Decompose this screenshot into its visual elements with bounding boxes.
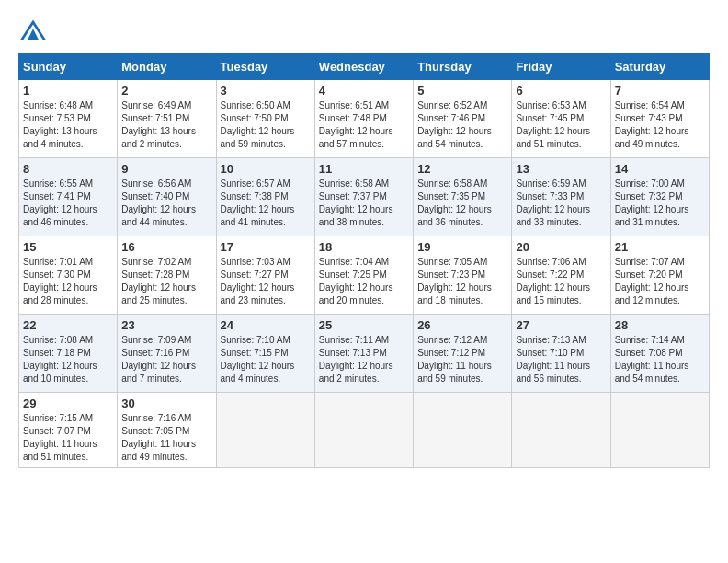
- day-number: 19: [417, 240, 507, 254]
- calendar-cell: 5Sunrise: 6:52 AMSunset: 7:46 PMDaylight…: [414, 80, 512, 158]
- calendar-cell: 22Sunrise: 7:08 AMSunset: 7:18 PMDayligh…: [19, 315, 118, 393]
- day-info: Sunrise: 6:50 AMSunset: 7:50 PMDaylight:…: [221, 99, 311, 151]
- day-number: 29: [23, 396, 113, 410]
- day-info: Sunrise: 7:00 AMSunset: 7:32 PMDaylight:…: [615, 178, 705, 229]
- day-info: Sunrise: 6:53 AMSunset: 7:45 PMDaylight:…: [516, 99, 606, 151]
- day-number: 9: [121, 162, 211, 176]
- calendar-cell: [414, 393, 512, 468]
- day-number: 25: [319, 318, 409, 332]
- calendar-table: SundayMondayTuesdayWednesdayThursdayFrid…: [18, 53, 710, 468]
- day-info: Sunrise: 7:02 AMSunset: 7:28 PMDaylight:…: [121, 256, 211, 307]
- day-number: 10: [221, 162, 311, 176]
- calendar-header-row: SundayMondayTuesdayWednesdayThursdayFrid…: [19, 54, 710, 80]
- calendar-cell: [314, 393, 413, 468]
- day-info: Sunrise: 7:04 AMSunset: 7:25 PMDaylight:…: [319, 256, 409, 307]
- day-info: Sunrise: 7:08 AMSunset: 7:18 PMDaylight:…: [23, 334, 113, 385]
- day-info: Sunrise: 7:12 AMSunset: 7:12 PMDaylight:…: [417, 334, 507, 385]
- day-number: 30: [121, 396, 211, 410]
- column-header-thursday: Thursday: [414, 54, 512, 80]
- day-info: Sunrise: 6:58 AMSunset: 7:35 PMDaylight:…: [417, 178, 507, 229]
- day-info: Sunrise: 6:55 AMSunset: 7:41 PMDaylight:…: [23, 178, 113, 229]
- calendar-cell: 19Sunrise: 7:05 AMSunset: 7:23 PMDayligh…: [414, 236, 512, 315]
- day-number: 27: [516, 318, 606, 332]
- calendar-cell: [216, 393, 314, 468]
- calendar-cell: 13Sunrise: 6:59 AMSunset: 7:33 PMDayligh…: [512, 158, 610, 236]
- column-header-wednesday: Wednesday: [314, 54, 413, 80]
- calendar-cell: 23Sunrise: 7:09 AMSunset: 7:16 PMDayligh…: [118, 315, 216, 393]
- calendar-cell: 1Sunrise: 6:48 AMSunset: 7:53 PMDaylight…: [19, 80, 118, 158]
- day-number: 4: [319, 84, 409, 98]
- calendar-cell: 29Sunrise: 7:15 AMSunset: 7:07 PMDayligh…: [19, 393, 118, 468]
- day-info: Sunrise: 7:06 AMSunset: 7:22 PMDaylight:…: [516, 256, 606, 307]
- calendar-cell: 10Sunrise: 6:57 AMSunset: 7:38 PMDayligh…: [216, 158, 314, 236]
- calendar-cell: 25Sunrise: 7:11 AMSunset: 7:13 PMDayligh…: [314, 315, 413, 393]
- column-header-monday: Monday: [118, 54, 216, 80]
- calendar-cell: 14Sunrise: 7:00 AMSunset: 7:32 PMDayligh…: [610, 158, 709, 236]
- day-number: 5: [417, 84, 507, 98]
- day-number: 2: [121, 84, 211, 98]
- day-number: 15: [23, 240, 113, 254]
- calendar-cell: 18Sunrise: 7:04 AMSunset: 7:25 PMDayligh…: [314, 236, 413, 315]
- calendar-cell: 9Sunrise: 6:56 AMSunset: 7:40 PMDaylight…: [118, 158, 216, 236]
- column-header-saturday: Saturday: [610, 54, 709, 80]
- day-info: Sunrise: 6:59 AMSunset: 7:33 PMDaylight:…: [516, 178, 606, 229]
- day-number: 22: [23, 318, 113, 332]
- day-info: Sunrise: 7:13 AMSunset: 7:10 PMDaylight:…: [516, 334, 606, 385]
- day-number: 23: [121, 318, 211, 332]
- day-number: 26: [417, 318, 507, 332]
- day-number: 28: [615, 318, 705, 332]
- calendar-week-row: 22Sunrise: 7:08 AMSunset: 7:18 PMDayligh…: [19, 315, 710, 393]
- calendar-week-row: 8Sunrise: 6:55 AMSunset: 7:41 PMDaylight…: [19, 158, 710, 236]
- day-info: Sunrise: 6:54 AMSunset: 7:43 PMDaylight:…: [615, 99, 705, 151]
- day-info: Sunrise: 7:05 AMSunset: 7:23 PMDaylight:…: [417, 256, 507, 307]
- day-number: 12: [417, 162, 507, 176]
- calendar-cell: 17Sunrise: 7:03 AMSunset: 7:27 PMDayligh…: [216, 236, 314, 315]
- calendar-cell: 27Sunrise: 7:13 AMSunset: 7:10 PMDayligh…: [512, 315, 610, 393]
- column-header-sunday: Sunday: [19, 54, 118, 80]
- calendar-cell: 15Sunrise: 7:01 AMSunset: 7:30 PMDayligh…: [19, 236, 118, 315]
- day-number: 24: [221, 318, 311, 332]
- day-info: Sunrise: 7:16 AMSunset: 7:05 PMDaylight:…: [121, 412, 211, 464]
- day-number: 16: [121, 240, 211, 254]
- calendar-week-row: 29Sunrise: 7:15 AMSunset: 7:07 PMDayligh…: [19, 393, 710, 468]
- calendar-cell: 7Sunrise: 6:54 AMSunset: 7:43 PMDaylight…: [610, 80, 709, 158]
- day-number: 21: [615, 240, 705, 254]
- logo: [18, 18, 51, 44]
- day-number: 6: [516, 84, 606, 98]
- calendar-cell: 16Sunrise: 7:02 AMSunset: 7:28 PMDayligh…: [118, 236, 216, 315]
- calendar-cell: 28Sunrise: 7:14 AMSunset: 7:08 PMDayligh…: [610, 315, 709, 393]
- calendar-cell: 30Sunrise: 7:16 AMSunset: 7:05 PMDayligh…: [118, 393, 216, 468]
- calendar-cell: 24Sunrise: 7:10 AMSunset: 7:15 PMDayligh…: [216, 315, 314, 393]
- day-number: 20: [516, 240, 606, 254]
- day-number: 14: [615, 162, 705, 176]
- calendar-cell: 11Sunrise: 6:58 AMSunset: 7:37 PMDayligh…: [314, 158, 413, 236]
- logo-icon: [18, 18, 48, 44]
- day-info: Sunrise: 6:58 AMSunset: 7:37 PMDaylight:…: [319, 178, 409, 229]
- day-info: Sunrise: 7:01 AMSunset: 7:30 PMDaylight:…: [23, 256, 113, 307]
- calendar-cell: 26Sunrise: 7:12 AMSunset: 7:12 PMDayligh…: [414, 315, 512, 393]
- calendar-cell: 12Sunrise: 6:58 AMSunset: 7:35 PMDayligh…: [414, 158, 512, 236]
- calendar-week-row: 1Sunrise: 6:48 AMSunset: 7:53 PMDaylight…: [19, 80, 710, 158]
- calendar-cell: 6Sunrise: 6:53 AMSunset: 7:45 PMDaylight…: [512, 80, 610, 158]
- calendar-cell: 20Sunrise: 7:06 AMSunset: 7:22 PMDayligh…: [512, 236, 610, 315]
- day-info: Sunrise: 6:52 AMSunset: 7:46 PMDaylight:…: [417, 99, 507, 151]
- day-info: Sunrise: 7:10 AMSunset: 7:15 PMDaylight:…: [221, 334, 311, 385]
- day-info: Sunrise: 6:51 AMSunset: 7:48 PMDaylight:…: [319, 99, 409, 151]
- day-info: Sunrise: 6:48 AMSunset: 7:53 PMDaylight:…: [23, 99, 113, 151]
- calendar-week-row: 15Sunrise: 7:01 AMSunset: 7:30 PMDayligh…: [19, 236, 710, 315]
- calendar-cell: 21Sunrise: 7:07 AMSunset: 7:20 PMDayligh…: [610, 236, 709, 315]
- day-info: Sunrise: 7:14 AMSunset: 7:08 PMDaylight:…: [615, 334, 705, 385]
- calendar-cell: 2Sunrise: 6:49 AMSunset: 7:51 PMDaylight…: [118, 80, 216, 158]
- day-number: 11: [319, 162, 409, 176]
- calendar-cell: 8Sunrise: 6:55 AMSunset: 7:41 PMDaylight…: [19, 158, 118, 236]
- day-number: 3: [221, 84, 311, 98]
- day-info: Sunrise: 7:15 AMSunset: 7:07 PMDaylight:…: [23, 412, 113, 464]
- day-info: Sunrise: 7:03 AMSunset: 7:27 PMDaylight:…: [221, 256, 311, 307]
- day-info: Sunrise: 7:11 AMSunset: 7:13 PMDaylight:…: [319, 334, 409, 385]
- day-info: Sunrise: 6:57 AMSunset: 7:38 PMDaylight:…: [221, 178, 311, 229]
- column-header-tuesday: Tuesday: [216, 54, 314, 80]
- day-number: 13: [516, 162, 606, 176]
- calendar-cell: [610, 393, 709, 468]
- day-number: 1: [23, 84, 113, 98]
- day-number: 8: [23, 162, 113, 176]
